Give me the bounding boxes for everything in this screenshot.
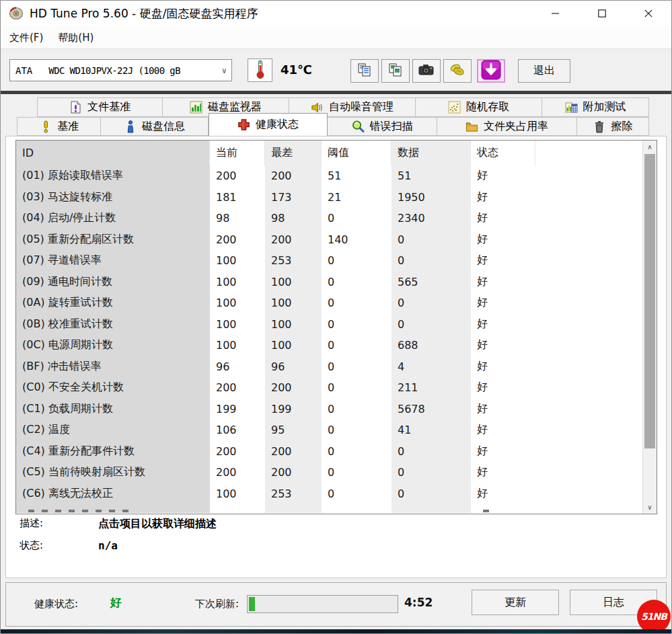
column-header-id[interactable]: ID: [16, 141, 210, 165]
table-row[interactable]: (09) 通电时间计数1001000565好: [16, 272, 657, 293]
download-button[interactable]: [477, 59, 505, 83]
file-benchmark-icon: [69, 101, 82, 114]
table-row[interactable]: (04) 启动/停止计数989802340好: [16, 208, 657, 229]
refresh-progress-fill: [249, 597, 255, 611]
screenshot-button[interactable]: [412, 59, 441, 83]
cell-current: 100: [210, 335, 265, 356]
scrollbar-thumb[interactable]: [644, 154, 655, 448]
minimize-button[interactable]: [539, 0, 572, 27]
table-row[interactable]: (C2) 温度10695041好: [16, 420, 657, 441]
cell-threshold: 0: [322, 377, 391, 399]
tab-erase[interactable]: 擦除: [577, 117, 649, 136]
description-row: 描述: 点击项目以获取详细描述: [20, 517, 217, 531]
table-row-partial[interactable]: [16, 504, 657, 513]
cell-current: 100: [210, 483, 265, 505]
column-header-current[interactable]: 当前: [210, 141, 265, 165]
close-button[interactable]: [632, 0, 665, 27]
tab-extra-tests[interactable]: 附加测试: [542, 97, 649, 117]
table-row[interactable]: (0A) 旋转重试计数10010000好: [16, 292, 657, 314]
cell-worst: 199: [265, 399, 322, 420]
cell-id: (C0) 不安全关机计数: [16, 377, 210, 399]
table-row[interactable]: (03) 马达旋转标准181173211950好: [16, 187, 657, 208]
vertical-scrollbar[interactable]: ∧ ∨: [642, 141, 657, 514]
temperature-value: 41℃: [281, 63, 312, 77]
table-row[interactable]: (01) 原始读取错误率2002005151好: [16, 165, 657, 187]
table-row[interactable]: (C1) 负载周期计数19919905678好: [16, 399, 657, 420]
bottom-edge-strip: [0, 629, 672, 634]
window-title: HD Tune Pro 5.60 - 硬盘/固态硬盘实用程序: [30, 6, 258, 22]
table-row[interactable]: (C4) 重新分配事件计数20020000好: [16, 441, 657, 463]
cell-data: [391, 504, 471, 513]
table-row[interactable]: (05) 重新分配扇区计数2002001400好: [16, 229, 657, 251]
tab-folder-usage[interactable]: 文件夹占用率: [437, 117, 577, 136]
table-row[interactable]: (0C) 电源周期计数1001000688好: [16, 335, 657, 356]
cell-current: 98: [210, 208, 265, 229]
cell-data: 0: [391, 483, 471, 505]
thermometer-icon: [256, 59, 265, 81]
toolbar: ATA WDC WD10JPVX-22J (1000 gB ∨ 41℃: [0, 50, 672, 91]
description-value: 点击项目以获取详细描述: [98, 517, 217, 531]
maximize-button[interactable]: [586, 0, 618, 27]
cell-worst: [265, 504, 322, 513]
scroll-down-icon[interactable]: ∨: [643, 501, 657, 514]
health-status-value: 好: [110, 595, 122, 610]
column-header-status[interactable]: 状态: [471, 141, 535, 165]
cell-threshold: [322, 504, 391, 513]
cell-id: (0B) 校准重试计数: [16, 314, 210, 335]
scroll-up-icon[interactable]: ∧: [643, 141, 657, 153]
table-row[interactable]: (C0) 不安全关机计数2002000211好: [16, 377, 657, 399]
cell-data: 688: [391, 335, 471, 356]
cell-worst: 100: [265, 314, 322, 335]
exit-button[interactable]: 退出: [518, 59, 570, 83]
copy-report-button[interactable]: [350, 59, 379, 83]
table-row[interactable]: (C6) 离线无法校正10025300好: [16, 483, 657, 505]
tab-file-benchmark[interactable]: 文件基准: [37, 97, 163, 117]
table-row[interactable]: (0B) 校准重试计数10010000好: [16, 314, 657, 335]
drive-select-dropdown[interactable]: ATA WDC WD10JPVX-22J (1000 gB ∨: [9, 59, 232, 81]
table-row[interactable]: (07) 寻道错误率10025300好: [16, 250, 657, 272]
column-header-threshold[interactable]: 阈值: [322, 141, 391, 165]
cell-data: 0: [391, 229, 471, 251]
folder-usage-icon: [465, 120, 478, 133]
hd-tune-logo-icon: [9, 6, 24, 21]
cell-status: 好: [471, 377, 535, 399]
cell-id: [16, 504, 210, 513]
download-icon: [481, 60, 501, 83]
cell-threshold: 21: [322, 187, 391, 208]
tab-benchmark[interactable]: 基准: [17, 117, 101, 136]
tab-random-access[interactable]: 随机存取: [416, 97, 542, 117]
health-status-panel: ID 当前 最差 阈值 数据 状态 (01) 原始读取错误率2002005151…: [5, 136, 667, 578]
51nb-watermark: 51NB: [637, 600, 671, 633]
tab-label: 附加测试: [583, 100, 626, 114]
cell-id: (01) 原始读取错误率: [16, 165, 210, 187]
cell-id: (BF) 冲击错误率: [16, 356, 210, 378]
cell-id: (05) 重新分配扇区计数: [16, 229, 210, 251]
cell-current: 200: [210, 229, 265, 251]
cell-worst: 100: [265, 335, 322, 356]
cell-filler: [535, 399, 657, 420]
tab-disk-info[interactable]: 磁盘信息: [101, 117, 209, 136]
donate-button[interactable]: [443, 59, 472, 83]
column-header-worst[interactable]: 最差: [265, 141, 322, 165]
cell-current: 100: [210, 272, 265, 293]
menu-help[interactable]: 帮助(H): [50, 29, 101, 47]
cell-status: 好: [471, 187, 535, 208]
cell-threshold: 0: [322, 462, 391, 483]
cell-threshold: 0: [322, 208, 391, 229]
benchmark-icon: [39, 120, 52, 133]
tab-error-scan[interactable]: 错误扫描: [328, 117, 437, 136]
column-header-data[interactable]: 数据: [391, 141, 471, 165]
update-button[interactable]: 更新: [472, 590, 559, 615]
table-row[interactable]: (C5) 当前待映射扇区计数20020000好: [16, 462, 657, 483]
tab-label: 擦除: [611, 120, 633, 134]
cell-threshold: 51: [322, 165, 391, 187]
copy-image-button[interactable]: [381, 59, 410, 83]
table-row[interactable]: (BF) 冲击错误率969604好: [16, 356, 657, 378]
cell-id: (0A) 旋转重试计数: [16, 292, 210, 314]
tab-health-status[interactable]: 健康状态: [209, 113, 328, 136]
menu-file[interactable]: 文件(F): [2, 29, 50, 47]
cell-id: (07) 寻道错误率: [16, 250, 210, 272]
tab-label: 错误扫描: [370, 120, 413, 134]
temperature-button[interactable]: [248, 58, 272, 82]
cell-status: 好: [471, 441, 535, 463]
